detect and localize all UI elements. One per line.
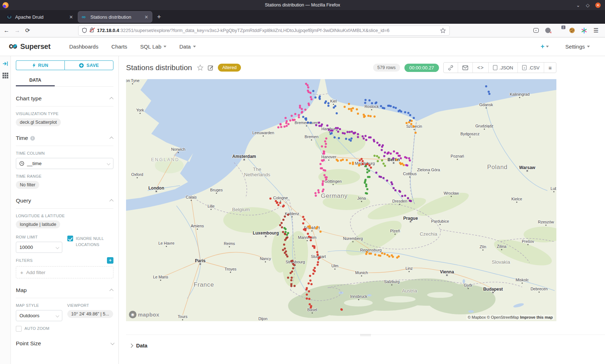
url-text[interactable]: 172.18.0.4:32251/superset/explore/?form_… xyxy=(97,28,437,33)
caret-down-icon xyxy=(587,46,590,47)
forward-icon[interactable]: → xyxy=(14,27,20,34)
email-button[interactable] xyxy=(458,63,472,73)
time-range-value[interactable]: No filter xyxy=(16,181,39,189)
map-label: Bydgoszcz xyxy=(460,132,479,136)
altered-badge[interactable]: Altered xyxy=(218,64,241,72)
nav-settings[interactable]: Settings xyxy=(565,44,590,50)
tab-data[interactable]: DATA xyxy=(16,74,55,86)
station-point xyxy=(282,219,284,221)
nav-data[interactable]: Data xyxy=(179,44,196,50)
mapbox-logo[interactable]: ◉ mapbox xyxy=(129,311,159,318)
edit-properties-icon[interactable] xyxy=(208,65,214,70)
insecure-lock-icon[interactable] xyxy=(90,27,94,34)
mapbox-pin-icon: ◉ xyxy=(129,311,136,318)
station-point xyxy=(320,167,322,169)
cookie-extension-icon[interactable] xyxy=(569,28,575,33)
row-limit-select[interactable]: 10000 xyxy=(16,242,62,253)
station-point xyxy=(286,125,288,127)
tab-label: Stations distribution xyxy=(90,14,131,20)
station-point xyxy=(398,110,400,112)
map-label: Austria xyxy=(394,288,425,294)
nav-charts[interactable]: Charts xyxy=(111,44,127,50)
lonlat-value[interactable]: longitude | latitude xyxy=(16,220,60,228)
station-point xyxy=(307,122,309,124)
viewport-label: VIEWPORT xyxy=(67,303,114,308)
data-collapse-row[interactable]: Data xyxy=(126,335,605,349)
deckgl-scatter-map[interactable]: on TyneYorkKielRostockGdanskKaliningradB… xyxy=(126,79,556,321)
tab-close-icon[interactable]: ✕ xyxy=(144,14,148,20)
reload-icon[interactable]: ⟳ xyxy=(25,27,30,34)
export-csv-button[interactable]: x .CSV xyxy=(517,63,544,73)
caret-down-icon xyxy=(193,46,196,47)
save-button[interactable]: SAVE xyxy=(64,60,113,70)
favorite-star-icon[interactable] xyxy=(197,64,203,71)
add-filter-box[interactable]: + Add filter xyxy=(16,266,113,278)
add-filter-plus-button[interactable]: + xyxy=(107,257,113,264)
more-actions-button[interactable]: ≡ xyxy=(544,63,556,73)
section-time-header[interactable]: Timei xyxy=(16,135,113,146)
section-map-header[interactable]: Map xyxy=(16,287,113,298)
city-marker xyxy=(539,292,540,293)
dataset-grid-icon[interactable] xyxy=(3,73,8,78)
tab-close-icon[interactable]: ✕ xyxy=(69,14,73,20)
nav-dashboards[interactable]: Dashboards xyxy=(69,44,98,50)
resize-drag-handle[interactable] xyxy=(360,333,371,337)
pocket-icon[interactable]: ⌄ xyxy=(533,28,539,33)
improve-map-link[interactable]: Improve this map xyxy=(520,315,553,319)
new-item-button[interactable]: + xyxy=(541,43,549,50)
tab-apache-druid[interactable]: Apache Druid ✕ xyxy=(3,12,77,22)
window-shade-icon[interactable]: ⌄ xyxy=(576,3,580,8)
capital-marker xyxy=(200,263,201,265)
map-label: Strasbourg xyxy=(286,260,305,264)
window-maximize-icon[interactable]: ◇ xyxy=(586,3,590,8)
back-icon[interactable]: ← xyxy=(4,27,9,34)
tab-stations-distribution[interactable]: ∞ Stations distribution ✕ xyxy=(78,12,152,22)
section-query: Query LONGITUDE & LATITUDE longitude | l… xyxy=(16,197,113,278)
time-column-select[interactable]: __time xyxy=(16,158,113,169)
section-chart-type-header[interactable]: Chart type xyxy=(16,95,113,106)
viewport-value[interactable]: 10° 24' 49.86" | 5... xyxy=(67,310,113,318)
menu-icon[interactable]: ☰ xyxy=(593,27,599,34)
viz-type-value[interactable]: deck.gl Scatterplot xyxy=(16,118,61,126)
ignore-null-checkbox[interactable] xyxy=(67,236,73,241)
spark-extension-icon[interactable] xyxy=(581,28,587,33)
map-label: Czechia xyxy=(413,231,444,237)
shield-icon[interactable] xyxy=(82,28,87,33)
nav-sql-lab[interactable]: SQL Lab xyxy=(140,44,166,50)
capital-marker xyxy=(393,162,395,164)
station-point xyxy=(322,190,324,192)
station-point xyxy=(404,195,406,197)
station-point xyxy=(342,132,344,134)
window-close-icon[interactable]: ✕ xyxy=(595,3,601,8)
embed-code-button[interactable]: <> xyxy=(472,63,488,73)
export-json-button[interactable]: .JSON xyxy=(488,63,517,73)
bookmark-star-icon[interactable] xyxy=(440,28,446,33)
map-label: Bremen xyxy=(305,135,319,139)
station-point xyxy=(308,290,310,292)
station-point xyxy=(310,122,312,124)
section-query-header[interactable]: Query xyxy=(16,197,113,209)
section-point-size-header[interactable]: Point Size xyxy=(16,340,113,351)
privacy-extension-icon[interactable] xyxy=(545,28,551,33)
city-marker xyxy=(414,129,415,130)
superset-logo[interactable]: ∞ Superset xyxy=(9,41,50,52)
map-style-select[interactable]: Outdoors xyxy=(16,310,62,321)
auto-zoom-checkbox[interactable] xyxy=(16,326,22,332)
station-point xyxy=(407,197,409,199)
station-point xyxy=(408,157,410,159)
station-point xyxy=(371,102,373,104)
map-label: Paris xyxy=(195,258,205,263)
station-point xyxy=(386,179,388,182)
copy-link-button[interactable] xyxy=(444,63,458,73)
collapse-panel-icon[interactable] xyxy=(3,61,8,66)
station-point xyxy=(373,139,375,141)
ublock-extension-icon[interactable]: 2 xyxy=(557,28,563,33)
station-point xyxy=(309,275,311,277)
url-bar[interactable]: 172.18.0.4:32251/superset/explore/?form_… xyxy=(78,26,450,36)
city-marker xyxy=(229,246,230,247)
run-button[interactable]: RUN xyxy=(16,60,64,70)
plus-icon: + xyxy=(20,269,23,276)
new-tab-button[interactable]: + xyxy=(153,13,165,21)
station-point xyxy=(405,122,408,124)
station-point xyxy=(305,288,308,291)
